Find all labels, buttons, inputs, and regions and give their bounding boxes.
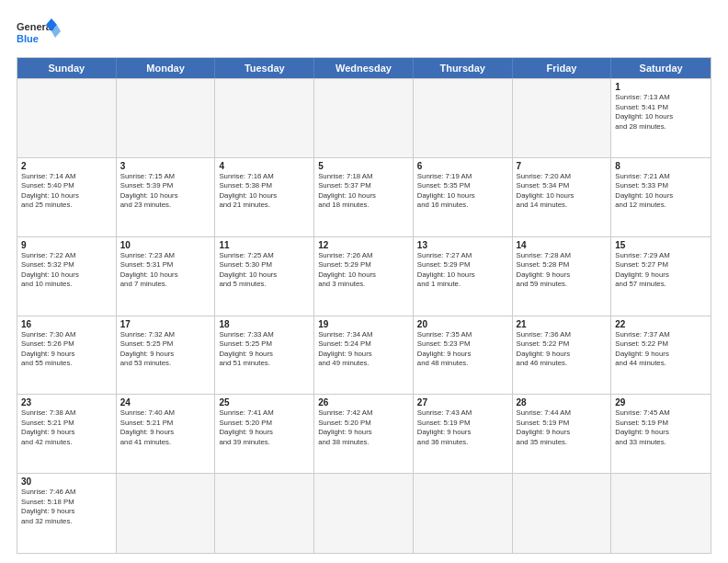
day-info: Sunrise: 7:38 AM Sunset: 5:21 PM Dayligh… [21, 408, 112, 447]
day-number: 19 [318, 319, 409, 329]
calendar-cell-1-0: 2Sunrise: 7:14 AM Sunset: 5:40 PM Daylig… [17, 158, 117, 236]
day-number: 26 [318, 397, 409, 408]
day-number: 7 [517, 161, 608, 171]
calendar-cell-3-2: 18Sunrise: 7:33 AM Sunset: 5:25 PM Dayli… [215, 316, 314, 395]
calendar-cell-3-4: 20Sunrise: 7:35 AM Sunset: 5:23 PM Dayli… [414, 316, 513, 395]
day-info: Sunrise: 7:30 AM Sunset: 5:26 PM Dayligh… [21, 330, 112, 369]
calendar-cell-4-3: 26Sunrise: 7:42 AM Sunset: 5:20 PM Dayli… [314, 395, 414, 473]
calendar-cell-2-2: 11Sunrise: 7:25 AM Sunset: 5:30 PM Dayli… [215, 237, 314, 316]
day-number: 24 [120, 397, 211, 408]
day-number: 25 [219, 397, 310, 408]
calendar-cell-3-3: 19Sunrise: 7:34 AM Sunset: 5:24 PM Dayli… [314, 316, 414, 395]
calendar-cell-4-2: 25Sunrise: 7:41 AM Sunset: 5:20 PM Dayli… [215, 395, 314, 473]
day-info: Sunrise: 7:36 AM Sunset: 5:22 PM Dayligh… [517, 330, 608, 369]
calendar-row-2: 9Sunrise: 7:22 AM Sunset: 5:32 PM Daylig… [17, 237, 711, 316]
day-info: Sunrise: 7:15 AM Sunset: 5:39 PM Dayligh… [120, 172, 211, 211]
day-info: Sunrise: 7:41 AM Sunset: 5:20 PM Dayligh… [219, 408, 310, 447]
calendar: SundayMondayTuesdayWednesdayThursdayFrid… [17, 57, 711, 554]
svg-text:Blue: Blue [17, 33, 39, 44]
day-number: 16 [21, 319, 112, 329]
day-info: Sunrise: 7:27 AM Sunset: 5:29 PM Dayligh… [417, 251, 508, 290]
day-number: 5 [318, 161, 409, 171]
calendar-cell-2-6: 15Sunrise: 7:29 AM Sunset: 5:27 PM Dayli… [611, 237, 711, 316]
calendar-cell-0-4 [414, 79, 513, 157]
calendar-cell-0-0 [17, 79, 117, 157]
calendar-cell-5-0: 30Sunrise: 7:46 AM Sunset: 5:18 PM Dayli… [17, 474, 117, 553]
calendar-cell-5-1 [117, 474, 216, 553]
calendar-cell-0-5 [513, 79, 612, 157]
day-number: 30 [21, 477, 112, 487]
day-number: 15 [615, 240, 707, 250]
calendar-cell-1-4: 6Sunrise: 7:19 AM Sunset: 5:35 PM Daylig… [414, 158, 513, 236]
logo: General Blue [17, 17, 63, 52]
day-number: 17 [120, 319, 211, 329]
day-info: Sunrise: 7:42 AM Sunset: 5:20 PM Dayligh… [318, 408, 409, 447]
calendar-row-4: 23Sunrise: 7:38 AM Sunset: 5:21 PM Dayli… [17, 395, 711, 474]
day-info: Sunrise: 7:35 AM Sunset: 5:23 PM Dayligh… [417, 330, 508, 369]
calendar-row-1: 2Sunrise: 7:14 AM Sunset: 5:40 PM Daylig… [17, 158, 711, 237]
day-number: 27 [417, 397, 508, 408]
calendar-cell-0-1 [117, 79, 216, 157]
calendar-cell-5-5 [513, 474, 612, 553]
calendar-cell-2-4: 13Sunrise: 7:27 AM Sunset: 5:29 PM Dayli… [414, 237, 513, 316]
weekday-header-tuesday: Tuesday [215, 58, 314, 78]
weekday-header-thursday: Thursday [414, 58, 513, 78]
calendar-cell-1-2: 4Sunrise: 7:16 AM Sunset: 5:38 PM Daylig… [215, 158, 314, 236]
day-info: Sunrise: 7:37 AM Sunset: 5:22 PM Dayligh… [615, 330, 707, 369]
day-number: 2 [21, 161, 112, 171]
calendar-cell-4-6: 29Sunrise: 7:45 AM Sunset: 5:19 PM Dayli… [611, 395, 711, 473]
day-number: 13 [417, 240, 508, 250]
logo-svg: General Blue [17, 17, 63, 52]
calendar-row-5: 30Sunrise: 7:46 AM Sunset: 5:18 PM Dayli… [17, 474, 711, 553]
day-number: 6 [417, 161, 508, 171]
day-number: 20 [417, 319, 508, 329]
calendar-cell-4-0: 23Sunrise: 7:38 AM Sunset: 5:21 PM Dayli… [17, 395, 117, 473]
calendar-cell-5-6 [611, 474, 711, 553]
day-number: 21 [517, 319, 608, 329]
day-info: Sunrise: 7:46 AM Sunset: 5:18 PM Dayligh… [21, 488, 112, 526]
calendar-cell-2-0: 9Sunrise: 7:22 AM Sunset: 5:32 PM Daylig… [17, 237, 117, 316]
calendar-cell-3-5: 21Sunrise: 7:36 AM Sunset: 5:22 PM Dayli… [513, 316, 612, 395]
day-info: Sunrise: 7:43 AM Sunset: 5:19 PM Dayligh… [417, 408, 508, 447]
calendar-cell-3-1: 17Sunrise: 7:32 AM Sunset: 5:25 PM Dayli… [117, 316, 216, 395]
calendar-cell-0-3 [314, 79, 414, 157]
day-number: 4 [219, 161, 310, 171]
day-info: Sunrise: 7:40 AM Sunset: 5:21 PM Dayligh… [120, 408, 211, 447]
day-info: Sunrise: 7:29 AM Sunset: 5:27 PM Dayligh… [615, 251, 707, 290]
day-info: Sunrise: 7:13 AM Sunset: 5:41 PM Dayligh… [615, 93, 707, 132]
day-info: Sunrise: 7:44 AM Sunset: 5:19 PM Dayligh… [517, 408, 608, 447]
day-info: Sunrise: 7:14 AM Sunset: 5:40 PM Dayligh… [21, 172, 112, 211]
calendar-cell-3-0: 16Sunrise: 7:30 AM Sunset: 5:26 PM Dayli… [17, 316, 117, 395]
calendar-cell-1-6: 8Sunrise: 7:21 AM Sunset: 5:33 PM Daylig… [611, 158, 711, 236]
calendar-cell-5-4 [414, 474, 513, 553]
day-number: 3 [120, 161, 211, 171]
calendar-cell-5-2 [215, 474, 314, 553]
day-number: 22 [615, 319, 707, 329]
day-info: Sunrise: 7:19 AM Sunset: 5:35 PM Dayligh… [417, 172, 508, 211]
calendar-cell-2-1: 10Sunrise: 7:23 AM Sunset: 5:31 PM Dayli… [117, 237, 216, 316]
weekday-header-wednesday: Wednesday [314, 58, 414, 78]
day-number: 12 [318, 240, 409, 250]
day-number: 9 [21, 240, 112, 250]
day-info: Sunrise: 7:18 AM Sunset: 5:37 PM Dayligh… [318, 172, 409, 211]
day-number: 28 [517, 397, 608, 408]
calendar-cell-3-6: 22Sunrise: 7:37 AM Sunset: 5:22 PM Dayli… [611, 316, 711, 395]
calendar-cell-5-3 [314, 474, 414, 553]
day-info: Sunrise: 7:26 AM Sunset: 5:29 PM Dayligh… [318, 251, 409, 290]
weekday-header-sunday: Sunday [17, 58, 117, 78]
day-info: Sunrise: 7:22 AM Sunset: 5:32 PM Dayligh… [21, 251, 112, 290]
day-info: Sunrise: 7:20 AM Sunset: 5:34 PM Dayligh… [517, 172, 608, 211]
calendar-cell-4-4: 27Sunrise: 7:43 AM Sunset: 5:19 PM Dayli… [414, 395, 513, 473]
day-number: 10 [120, 240, 211, 250]
calendar-header: SundayMondayTuesdayWednesdayThursdayFrid… [17, 58, 711, 78]
calendar-cell-2-3: 12Sunrise: 7:26 AM Sunset: 5:29 PM Dayli… [314, 237, 414, 316]
calendar-cell-4-5: 28Sunrise: 7:44 AM Sunset: 5:19 PM Dayli… [513, 395, 612, 473]
calendar-cell-4-1: 24Sunrise: 7:40 AM Sunset: 5:21 PM Dayli… [117, 395, 216, 473]
day-info: Sunrise: 7:34 AM Sunset: 5:24 PM Dayligh… [318, 330, 409, 369]
weekday-header-friday: Friday [513, 58, 612, 78]
day-number: 23 [21, 397, 112, 408]
page-header: General Blue [17, 17, 711, 52]
day-info: Sunrise: 7:21 AM Sunset: 5:33 PM Dayligh… [615, 172, 707, 211]
day-info: Sunrise: 7:45 AM Sunset: 5:19 PM Dayligh… [615, 408, 707, 447]
day-number: 11 [219, 240, 310, 250]
